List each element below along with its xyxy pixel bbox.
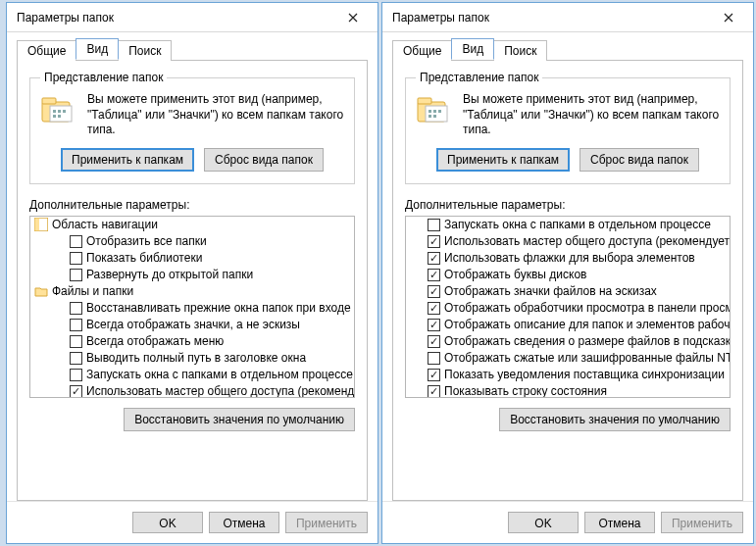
tree-item-label: Использовать флажки для выбора элементов	[444, 251, 695, 265]
checkbox-icon[interactable]	[428, 252, 440, 265]
tree-item-label: Выводить полный путь в заголовке окна	[86, 351, 306, 365]
svg-rect-17	[428, 115, 431, 118]
tree-category[interactable]: Файлы и папки	[30, 283, 354, 300]
tree-checkbox-item[interactable]: Отображать буквы дисков	[406, 267, 730, 283]
advanced-settings-label: Дополнительные параметры:	[29, 198, 355, 212]
apply-button[interactable]: Применить	[661, 512, 743, 533]
checkbox-icon[interactable]	[428, 319, 440, 331]
svg-rect-4	[58, 110, 61, 113]
tab-general[interactable]: Общие	[17, 40, 76, 61]
tree-item-label: Показать библиотеки	[86, 251, 202, 265]
tree-checkbox-item[interactable]: Отображать значки файлов на эскизах	[406, 283, 730, 300]
tab-search[interactable]: Поиск	[118, 40, 172, 61]
tree-item-label: Отображать сжатые или зашифрованные файл…	[444, 351, 731, 365]
cancel-button[interactable]: Отмена	[584, 512, 655, 533]
tree-checkbox-item[interactable]: Всегда отображать меню	[30, 333, 354, 350]
svg-rect-9	[34, 218, 39, 231]
tree-checkbox-item[interactable]: Запускать окна с папками в отдельном про…	[406, 217, 730, 233]
tree-item-label: Отобразить все папки	[86, 234, 207, 248]
tree-checkbox-item[interactable]: Восстанавливать прежние окна папок при в…	[30, 300, 354, 317]
folder-views-group: Представление папок Вы можете применить …	[29, 71, 355, 184]
close-button[interactable]	[708, 4, 749, 31]
tab-page-view: Представление папок Вы можете применить …	[392, 60, 743, 501]
tree-checkbox-item[interactable]: Отображать описание для папок и элементо…	[406, 317, 730, 333]
reset-folders-button[interactable]: Сброс вида папок	[204, 148, 324, 172]
folder-views-group: Представление папок Вы можете применить …	[405, 71, 731, 184]
tree-item-label: Развернуть до открытой папки	[86, 268, 253, 281]
checkbox-icon[interactable]	[70, 302, 82, 315]
advanced-settings-tree[interactable]: Область навигацииОтобразить все папкиПок…	[29, 216, 355, 398]
checkbox-icon[interactable]	[70, 319, 82, 331]
checkbox-icon[interactable]	[428, 285, 440, 298]
folder-views-desc: Вы можете применить этот вид (например, …	[463, 92, 720, 138]
checkbox-icon[interactable]	[70, 235, 82, 248]
checkbox-icon[interactable]	[70, 269, 82, 281]
checkbox-icon[interactable]	[428, 369, 440, 381]
tree-item-label: Всегда отображать значки, а не эскизы	[86, 318, 300, 331]
folder-views-desc: Вы можете применить этот вид (например, …	[87, 92, 344, 138]
checkbox-icon[interactable]	[428, 335, 440, 348]
tree-checkbox-item[interactable]: Использовать мастер общего доступа (реко…	[406, 233, 730, 250]
folder-options-window-left: Параметры папок Общие Вид Поиск Представ…	[6, 2, 378, 544]
apply-to-folders-button[interactable]: Применить к папкам	[436, 148, 570, 172]
svg-rect-5	[63, 110, 66, 113]
restore-defaults-button[interactable]: Восстановить значения по умолчанию	[124, 408, 355, 431]
folder-options-window-right: Параметры папок Общие Вид Поиск Представ…	[381, 2, 754, 544]
apply-to-folders-button[interactable]: Применить к папкам	[61, 148, 194, 172]
tree-checkbox-item[interactable]: Отображать сжатые или зашифрованные файл…	[406, 350, 730, 367]
tree-checkbox-item[interactable]: Всегда отображать значки, а не эскизы	[30, 317, 354, 333]
tree-item-label: Использовать мастер общего доступа (реко…	[444, 234, 730, 248]
checkbox-icon[interactable]	[70, 335, 82, 348]
tab-general[interactable]: Общие	[392, 40, 452, 61]
tree-checkbox-item[interactable]: Показать уведомления поставщика синхрони…	[406, 367, 730, 383]
titlebar[interactable]: Параметры папок	[7, 3, 378, 32]
folder-icon	[40, 92, 77, 129]
tree-checkbox-item[interactable]: Развернуть до открытой папки	[30, 267, 354, 283]
svg-rect-6	[53, 115, 56, 118]
reset-folders-button[interactable]: Сброс вида папок	[580, 148, 699, 172]
tree-item-label: Отображать обработчики просмотра в панел…	[444, 301, 731, 315]
tree-checkbox-item[interactable]: Отображать обработчики просмотра в панел…	[406, 300, 730, 317]
checkbox-icon[interactable]	[70, 385, 82, 398]
checkbox-icon[interactable]	[428, 219, 440, 231]
tree-item-label: Отображать сведения о размере файлов в п…	[444, 334, 731, 348]
checkbox-icon[interactable]	[428, 385, 440, 398]
svg-rect-16	[438, 110, 441, 113]
tree-category[interactable]: Область навигации	[30, 217, 354, 233]
tab-view[interactable]: Вид	[451, 38, 494, 60]
tree-checkbox-item[interactable]: Выводить полный путь в заголовке окна	[30, 350, 354, 367]
close-icon	[724, 13, 733, 23]
folder-views-content: Вы можете применить этот вид (например, …	[40, 92, 344, 138]
tab-view[interactable]: Вид	[76, 38, 119, 60]
tree-checkbox-item[interactable]: Отображать сведения о размере файлов в п…	[406, 333, 730, 350]
advanced-settings-tree[interactable]: Запускать окна с папками в отдельном про…	[405, 216, 731, 398]
checkbox-icon[interactable]	[428, 302, 440, 315]
cancel-button[interactable]: Отмена	[209, 512, 279, 533]
checkbox-icon[interactable]	[70, 352, 82, 365]
tree-checkbox-item[interactable]: Использовать флажки для выбора элементов	[406, 250, 730, 267]
ok-button[interactable]: OK	[508, 512, 579, 533]
folder-views-content: Вы можете применить этот вид (например, …	[416, 92, 720, 138]
apply-button[interactable]: Применить	[285, 512, 368, 533]
tree-checkbox-item[interactable]: Отобразить все папки	[30, 233, 354, 250]
tree-item-label: Использовать мастер общего доступа (реко…	[86, 384, 355, 398]
svg-rect-18	[433, 115, 436, 118]
tree-checkbox-item[interactable]: Показать библиотеки	[30, 250, 354, 267]
checkbox-icon[interactable]	[70, 252, 82, 265]
dialog-buttons: OK Отмена Применить	[382, 501, 753, 543]
checkbox-icon[interactable]	[428, 269, 440, 281]
ok-button[interactable]: OK	[132, 512, 203, 533]
tree-checkbox-item[interactable]: Показывать строку состояния	[406, 383, 730, 398]
checkbox-icon[interactable]	[70, 369, 82, 381]
window-title: Параметры папок	[17, 11, 332, 25]
tree-checkbox-item[interactable]: Использовать мастер общего доступа (реко…	[30, 383, 354, 398]
checkbox-icon[interactable]	[428, 352, 440, 365]
checkbox-icon[interactable]	[428, 235, 440, 248]
close-button[interactable]	[332, 4, 374, 31]
restore-defaults-button[interactable]: Восстановить значения по умолчанию	[499, 408, 731, 431]
tree-checkbox-item[interactable]: Запускать окна с папками в отдельном про…	[30, 367, 354, 383]
tab-search[interactable]: Поиск	[493, 40, 547, 61]
client-area: Общие Вид Поиск Представление папок	[382, 32, 753, 501]
titlebar[interactable]: Параметры папок	[382, 3, 753, 32]
folder-small-icon	[34, 284, 48, 298]
